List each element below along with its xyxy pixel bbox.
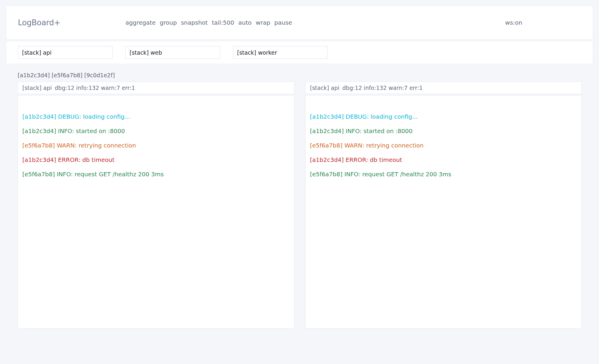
toolbar-item-group[interactable]: group xyxy=(160,19,177,26)
log-line-debug: [a1b2c3d4] DEBUG: loading config... xyxy=(310,110,577,124)
panel-counts-label: dbg:12 info:132 warn:7 err:1 xyxy=(342,85,423,91)
app-header: LogBoard+ aggregategroupsnapshottail:500… xyxy=(6,6,593,40)
toolbar-item-tail-500[interactable]: tail:500 xyxy=(212,19,234,26)
toolbar-item-wrap[interactable]: wrap xyxy=(256,19,270,26)
panel-header: [stack] api dbg:12 info:132 warn:7 err:1 xyxy=(18,82,294,94)
toolbar-item-pause[interactable]: pause xyxy=(274,19,292,26)
panel-source-label: [stack] api xyxy=(22,85,52,91)
log-line-error: [a1b2c3d4] ERROR: db timeout xyxy=(22,153,290,167)
log-line-info: [a1b2c3d4] INFO: started on :8000 xyxy=(22,124,290,138)
log-panel-left: [stack] api dbg:12 info:132 warn:7 err:1… xyxy=(18,82,294,328)
log-body[interactable]: [a1b2c3d4] DEBUG: loading config...[a1b2… xyxy=(305,95,582,328)
log-body[interactable]: [a1b2c3d4] DEBUG: loading config...[a1b2… xyxy=(18,95,294,328)
filter-input-web[interactable] xyxy=(125,46,220,59)
ws-status-badge: ws:on xyxy=(505,19,522,26)
log-line-error: [a1b2c3d4] ERROR: db timeout xyxy=(310,153,577,167)
toolbar-item-snapshot[interactable]: snapshot xyxy=(181,19,208,26)
panel-header: [stack] api dbg:12 info:132 warn:7 err:1 xyxy=(305,82,582,94)
filter-input-api[interactable] xyxy=(18,46,113,59)
toolbar: aggregategroupsnapshottail:500autowrappa… xyxy=(125,19,292,26)
app-title: LogBoard+ xyxy=(18,18,125,27)
log-line-warn: [e5f6a7b8] WARN: retrying connection xyxy=(310,138,577,153)
toolbar-item-aggregate[interactable]: aggregate xyxy=(125,19,156,26)
filter-bar xyxy=(6,41,593,64)
panel-counts-label: dbg:12 info:132 warn:7 err:1 xyxy=(55,85,135,91)
filter-input-worker[interactable] xyxy=(233,46,328,59)
log-line-info: [a1b2c3d4] INFO: started on :8000 xyxy=(310,124,577,138)
toolbar-item-auto[interactable]: auto xyxy=(238,19,251,26)
log-line-info: [e5f6a7b8] INFO: request GET /healthz 20… xyxy=(22,167,290,182)
log-panel-right: [stack] api dbg:12 info:132 warn:7 err:1… xyxy=(305,82,582,328)
panel-source-label: [stack] api xyxy=(310,85,339,91)
log-line-debug: [a1b2c3d4] DEBUG: loading config... xyxy=(22,110,290,124)
log-line-info: [e5f6a7b8] INFO: request GET /healthz 20… xyxy=(310,167,577,182)
log-line-warn: [e5f6a7b8] WARN: retrying connection xyxy=(22,138,290,153)
request-ids-label: [a1b2c3d4] [e5f6a7b8] [9c0d1e2f] xyxy=(18,72,115,78)
